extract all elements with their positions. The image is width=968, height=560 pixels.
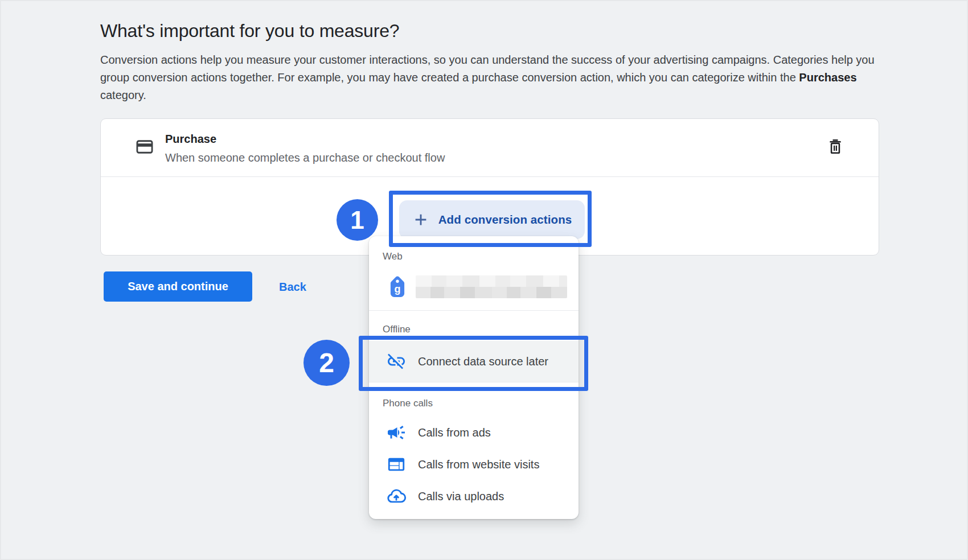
menu-item-web-tag[interactable]: g — [369, 271, 579, 302]
section-label-web: Web — [383, 251, 403, 262]
page-title: What's important for you to measure? — [100, 20, 399, 42]
menu-item-calls-from-website-visits[interactable]: Calls from website visits — [369, 448, 579, 480]
conversion-actions-card: Purchase When someone completes a purcha… — [100, 118, 879, 256]
purchase-row: Purchase When someone completes a purcha… — [101, 119, 879, 176]
svg-text:g: g — [395, 283, 401, 295]
section-label-offline: Offline — [383, 324, 411, 335]
description-text: Conversion actions help you measure your… — [100, 53, 875, 84]
google-tag-icon: g — [388, 275, 407, 298]
menu-item-calls-from-ads[interactable]: Calls from ads — [369, 417, 579, 448]
conversion-source-dropdown: Web g Offline Connect data source later … — [369, 236, 579, 519]
menu-item-connect-data-source-later[interactable]: Connect data source later — [369, 341, 579, 382]
menu-item-label: Calls from ads — [418, 426, 491, 439]
cloud-upload-icon — [386, 486, 407, 507]
menu-item-label: Connect data source later — [418, 355, 548, 368]
card-divider — [101, 176, 879, 177]
credit-card-icon — [134, 138, 155, 156]
link-off-icon — [386, 351, 407, 372]
delete-purchase-button[interactable] — [823, 134, 848, 159]
step1-badge: 1 — [337, 199, 378, 241]
purchase-subtitle: When someone completes a purchase or che… — [165, 151, 445, 164]
browser-icon — [387, 455, 406, 474]
description-text-end: category. — [100, 89, 146, 101]
menu-item-label: Calls via uploads — [418, 490, 504, 503]
dropdown-divider — [369, 310, 579, 311]
page-description: Conversion actions help you measure your… — [100, 51, 881, 104]
description-bold-purchases: Purchases — [799, 71, 856, 84]
plus-icon — [412, 211, 429, 228]
trash-icon — [826, 137, 844, 157]
step2-badge: 2 — [303, 340, 350, 386]
dropdown-divider — [369, 382, 579, 382]
megaphone-icon — [386, 422, 407, 443]
menu-item-calls-via-uploads[interactable]: Calls via uploads — [369, 480, 579, 512]
section-label-phone-calls: Phone calls — [383, 398, 433, 409]
add-conversion-actions-button[interactable]: Add conversion actions — [399, 200, 585, 239]
add-conversion-actions-label: Add conversion actions — [438, 213, 572, 227]
save-and-continue-button[interactable]: Save and continue — [104, 271, 252, 302]
conversion-setup-page: What's important for you to measure? Con… — [0, 0, 968, 560]
redacted-tag-name — [416, 275, 567, 298]
purchase-title: Purchase — [165, 133, 216, 146]
back-button[interactable]: Back — [279, 281, 306, 294]
menu-item-label: Calls from website visits — [418, 458, 539, 471]
